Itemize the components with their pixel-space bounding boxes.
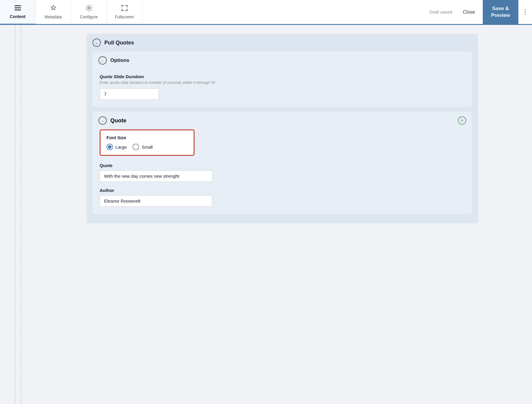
- radio-small-label: Small: [141, 145, 153, 150]
- author-input[interactable]: [100, 195, 212, 207]
- save-preview-label: Save & Preview: [491, 6, 510, 18]
- tab-configure[interactable]: Configure: [71, 0, 107, 25]
- font-size-large-option[interactable]: Large: [106, 144, 127, 150]
- quote-field-section: Quote: [100, 163, 465, 182]
- pull-quotes-header: ⌄ Pull Quotes: [93, 39, 472, 47]
- font-size-label: Font Size: [106, 135, 188, 140]
- quote-section-title: Quote: [110, 117, 126, 124]
- tab-fullscreen[interactable]: Fullscreen: [107, 0, 142, 25]
- configure-icon: [86, 5, 92, 13]
- draft-saved-text: Draft saved: [429, 9, 452, 15]
- svg-rect-1: [15, 7, 21, 8]
- quote-text-label: Quote: [100, 163, 465, 168]
- fullscreen-icon: [121, 5, 128, 13]
- tab-content[interactable]: Content: [0, 0, 36, 25]
- quote-slide-duration-label: Quote Slide Duration: [100, 74, 465, 79]
- svg-rect-2: [15, 9, 21, 10]
- author-field-section: Author: [100, 188, 465, 207]
- font-size-radio-group: Large Small: [106, 144, 188, 150]
- pull-quotes-section: ⌄ Pull Quotes ⌄ Options Quote Slide Dura…: [87, 34, 478, 223]
- toolbar-right: Draft saved Close: [429, 7, 483, 17]
- tab-content-label: Content: [10, 14, 26, 19]
- tab-metadata[interactable]: Metadata: [36, 0, 71, 25]
- sidebar-lines: [0, 25, 33, 404]
- tab-fullscreen-label: Fullscreen: [115, 15, 134, 19]
- font-size-box: Font Size Large Small: [100, 129, 195, 156]
- options-section: ⌄ Options Quote Slide Duration Enter quo…: [93, 52, 472, 107]
- svg-point-3: [88, 7, 90, 9]
- more-options-button[interactable]: ⋮: [518, 6, 532, 18]
- options-body: Quote Slide Duration Enter quote slide d…: [93, 69, 472, 107]
- quote-slide-duration-input[interactable]: [100, 88, 159, 100]
- quote-text-input[interactable]: [100, 170, 212, 182]
- quote-section: ⌄ Quote + Font Size Large: [93, 112, 472, 214]
- tab-configure-label: Configure: [80, 15, 98, 19]
- tab-metadata-label: Metadata: [44, 15, 62, 19]
- options-header[interactable]: ⌄ Options: [93, 52, 472, 69]
- svg-rect-0: [15, 5, 21, 6]
- quote-section-content: Font Size Large Small: [93, 129, 472, 214]
- options-title: Options: [110, 57, 129, 63]
- toolbar: Content Metadata Configure Fullscreen Dr…: [0, 0, 532, 25]
- radio-large-circle[interactable]: [106, 144, 113, 150]
- font-size-small-option[interactable]: Small: [133, 144, 153, 150]
- metadata-icon: [50, 5, 57, 13]
- author-label: Author: [100, 188, 465, 193]
- main-content: ⌄ Pull Quotes ⌄ Options Quote Slide Dura…: [75, 25, 490, 404]
- pull-quotes-title: Pull Quotes: [104, 40, 134, 46]
- content-icon: [15, 4, 21, 12]
- page-wrapper: ⌄ Pull Quotes ⌄ Options Quote Slide Dura…: [0, 25, 532, 404]
- quote-slide-duration-hint: Enter quote slide duration in number of …: [100, 80, 465, 85]
- close-button[interactable]: Close: [458, 7, 480, 17]
- radio-small-circle[interactable]: [133, 144, 139, 150]
- save-preview-button[interactable]: Save & Preview: [483, 0, 518, 25]
- options-collapse-icon[interactable]: ⌄: [98, 56, 107, 65]
- add-quote-icon[interactable]: +: [458, 116, 466, 125]
- quote-section-header: ⌄ Quote +: [93, 112, 472, 129]
- pull-quotes-collapse-icon[interactable]: ⌄: [93, 39, 101, 47]
- radio-large-label: Large: [115, 145, 127, 150]
- quote-collapse-icon[interactable]: ⌄: [98, 116, 107, 125]
